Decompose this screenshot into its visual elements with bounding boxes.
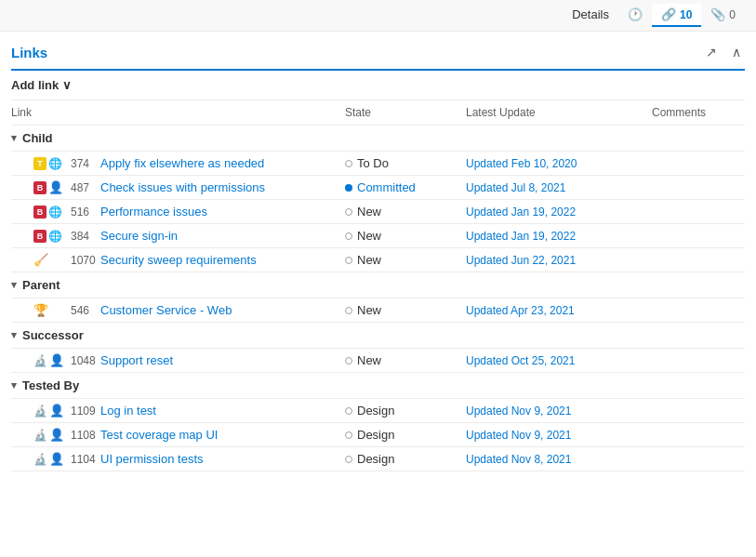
- update-cell[interactable]: Updated Oct 25, 2021: [466, 354, 652, 367]
- state-dot: [345, 160, 352, 167]
- type-icon-task: T: [33, 157, 46, 170]
- link-cell: 🔬👤 1109 Log in test: [33, 404, 345, 418]
- state-dot: [345, 407, 352, 415]
- globe-icon: 🌐: [48, 206, 62, 219]
- update-cell[interactable]: Updated Apr 23, 2021: [466, 304, 652, 317]
- col-state: State: [345, 106, 466, 119]
- avatar: 👤: [49, 428, 64, 442]
- avatar: 👤: [48, 180, 63, 194]
- link-title[interactable]: Support reset: [100, 353, 173, 367]
- state-cell: Design: [345, 404, 466, 418]
- table-row: B🌐 516 Performance issues New Updated Ja…: [11, 200, 745, 224]
- link-icons: B🌐: [33, 206, 67, 219]
- section-parent[interactable]: ▾ Parent: [11, 272, 745, 298]
- tab-links[interactable]: 🔗 10: [652, 4, 701, 27]
- table-header: Link State Latest Update Comments: [11, 100, 745, 126]
- chevron-tested-by: ▾: [11, 379, 17, 391]
- state-cell: Committed: [345, 180, 466, 194]
- attachments-count: 0: [729, 8, 736, 21]
- state-cell: Design: [345, 428, 466, 442]
- link-icons: 🔬👤: [33, 452, 67, 466]
- links-panel: Links ↗ ∧ Add link ∨ Link State Latest U…: [0, 32, 756, 471]
- link-title[interactable]: Check issues with permissions: [100, 180, 265, 194]
- update-cell[interactable]: Updated Jan 19, 2022: [466, 230, 652, 243]
- link-id: 1070: [71, 254, 97, 267]
- update-cell[interactable]: Updated Nov 8, 2021: [466, 453, 652, 466]
- update-cell[interactable]: Updated Nov 9, 2021: [466, 404, 652, 418]
- globe-icon: 🌐: [48, 157, 62, 170]
- type-icon-bug: B: [33, 206, 46, 219]
- link-title[interactable]: Log in test: [100, 404, 156, 418]
- section-label-successor: Successor: [22, 328, 84, 342]
- link-icons: 🔬👤: [33, 428, 67, 442]
- state-label: Design: [357, 452, 394, 466]
- link-title[interactable]: UI permission tests: [100, 452, 204, 466]
- add-link-row: Add link ∨: [11, 71, 745, 100]
- expand-button[interactable]: ↗: [702, 43, 721, 61]
- link-id: 1104: [71, 453, 97, 466]
- attachments-icon: 📎: [710, 7, 725, 21]
- link-title[interactable]: Test coverage map UI: [100, 428, 218, 442]
- section-label-parent: Parent: [22, 278, 60, 292]
- extra-icon: 🔬: [33, 354, 47, 367]
- link-title[interactable]: Performance issues: [100, 205, 207, 219]
- state-cell: To Do: [345, 156, 466, 170]
- tab-details[interactable]: Details: [563, 4, 618, 27]
- link-id: 1108: [71, 429, 97, 442]
- add-link-chevron: ∨: [62, 78, 72, 92]
- section-successor[interactable]: ▾ Successor: [11, 323, 745, 349]
- tab-attachments[interactable]: 📎 0: [701, 4, 745, 27]
- avatar: 👤: [49, 404, 64, 418]
- update-cell[interactable]: Updated Jun 22, 2021: [466, 254, 652, 267]
- state-label: Committed: [357, 180, 416, 194]
- section-tested-by[interactable]: ▾ Tested By: [11, 373, 745, 399]
- table-row: 🔬👤 1104 UI permission tests Design Updat…: [11, 447, 745, 471]
- avatar: 👤: [49, 353, 64, 367]
- links-count: 10: [680, 8, 692, 21]
- tab-history[interactable]: 🕐: [618, 4, 652, 27]
- table-row: 🔬👤 1108 Test coverage map UI Design Upda…: [11, 423, 745, 447]
- link-cell: 🧹 1070 Security sweep requirements: [33, 253, 345, 267]
- link-title[interactable]: Security sweep requirements: [100, 253, 257, 267]
- link-icons: B🌐: [33, 230, 67, 243]
- link-cell: 🔬👤 1104 UI permission tests: [33, 452, 345, 466]
- update-cell[interactable]: Updated Jul 8, 2021: [466, 181, 652, 194]
- state-dot: [345, 184, 352, 192]
- link-title[interactable]: Secure sign-in: [100, 229, 178, 243]
- add-link-button[interactable]: Add link ∨: [11, 78, 72, 92]
- update-cell[interactable]: Updated Feb 10, 2020: [466, 157, 652, 170]
- table-row: 🔬👤 1109 Log in test Design Updated Nov 9…: [11, 399, 745, 423]
- state-label: To Do: [357, 156, 389, 170]
- state-dot: [345, 357, 352, 365]
- chevron-child: ▾: [11, 132, 17, 144]
- state-cell: New: [345, 205, 466, 219]
- link-title[interactable]: Customer Service - Web: [100, 303, 232, 317]
- history-icon: 🕐: [628, 7, 643, 21]
- state-cell: New: [345, 229, 466, 243]
- state-dot: [345, 257, 352, 264]
- link-cell: B🌐 516 Performance issues: [33, 205, 345, 219]
- table-row: 🧹 1070 Security sweep requirements New U…: [11, 248, 745, 272]
- link-id: 546: [71, 304, 97, 317]
- state-label: New: [357, 229, 381, 243]
- extra-icon: 🔬: [33, 429, 47, 442]
- link-id: 374: [71, 157, 97, 170]
- update-cell[interactable]: Updated Nov 9, 2021: [466, 429, 652, 442]
- state-cell: New: [345, 353, 466, 367]
- details-label: Details: [572, 7, 609, 21]
- collapse-button[interactable]: ∧: [728, 43, 745, 61]
- link-icons: B👤: [33, 180, 67, 194]
- link-title[interactable]: Apply fix elsewhere as needed: [100, 156, 264, 170]
- extra-icon: 🔬: [33, 404, 47, 418]
- trophy-icon: 🏆: [33, 303, 48, 317]
- section-child[interactable]: ▾ Child: [11, 126, 745, 152]
- link-icons: T🌐: [33, 157, 67, 170]
- state-dot: [345, 232, 352, 240]
- state-dot: [345, 208, 352, 216]
- sections-container: ▾ Child T🌐 374 Apply fix elsewhere as ne…: [11, 126, 745, 471]
- chevron-successor: ▾: [11, 329, 17, 341]
- update-cell[interactable]: Updated Jan 19, 2022: [466, 206, 652, 219]
- link-icons: 🏆: [33, 303, 67, 317]
- link-cell: B🌐 384 Secure sign-in: [33, 229, 345, 243]
- link-id: 1048: [71, 354, 97, 367]
